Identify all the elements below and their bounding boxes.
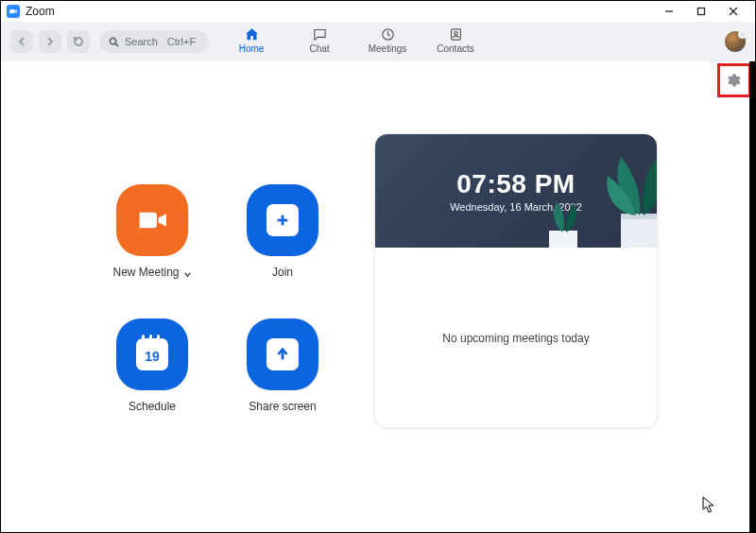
share-screen-action[interactable]: Share screen xyxy=(226,318,339,413)
schedule-day: 19 xyxy=(145,349,160,364)
schedule-icon: 19 xyxy=(116,318,188,390)
schedule-label: Schedule xyxy=(129,400,176,413)
new-meeting-action[interactable]: New Meeting xyxy=(95,184,209,279)
mouse-cursor xyxy=(702,496,715,513)
share-screen-icon xyxy=(247,318,318,390)
tab-chat-label: Chat xyxy=(309,43,329,54)
tab-contacts[interactable]: Contacts xyxy=(435,26,476,54)
join-icon xyxy=(247,184,318,256)
meetings-icon xyxy=(379,26,396,43)
tab-meetings[interactable]: Meetings xyxy=(367,26,408,54)
schedule-action[interactable]: 19 Schedule xyxy=(95,318,209,413)
new-meeting-label: New Meeting xyxy=(112,266,179,279)
search-shortcut: Ctrl+F xyxy=(167,36,196,47)
zoom-app-icon xyxy=(7,5,20,18)
plant-decoration xyxy=(566,134,657,248)
plant-decoration-small xyxy=(541,197,579,248)
chevron-down-icon[interactable] xyxy=(183,268,192,277)
svg-rect-14 xyxy=(549,231,577,248)
maximize-button[interactable] xyxy=(685,1,717,22)
search-input[interactable]: Search Ctrl+F xyxy=(99,30,209,53)
share-screen-label: Share screen xyxy=(249,400,316,413)
tab-contacts-label: Contacts xyxy=(437,43,473,54)
close-button[interactable] xyxy=(717,1,749,22)
contacts-icon xyxy=(447,26,464,43)
search-placeholder: Search xyxy=(125,36,158,47)
svg-line-5 xyxy=(115,43,118,46)
window-title: Zoom xyxy=(26,5,55,18)
no-meetings-message: No upcoming meetings today xyxy=(442,332,589,345)
content-area: New Meeting Join xyxy=(1,61,755,532)
new-meeting-icon xyxy=(116,184,188,256)
upcoming-panel: 07:58 PM Wednesday, 16 March, 2022 No up… xyxy=(374,133,658,428)
tab-meetings-label: Meetings xyxy=(369,43,407,54)
minimize-button[interactable] xyxy=(653,1,685,22)
plus-icon xyxy=(266,204,299,236)
nav-history-button[interactable] xyxy=(67,30,90,53)
tab-chat[interactable]: Chat xyxy=(299,26,340,54)
toolbar: Search Ctrl+F Home Chat Meetings Contact… xyxy=(1,22,755,61)
svg-rect-1 xyxy=(698,9,705,15)
home-icon xyxy=(243,26,260,43)
chat-icon xyxy=(311,26,328,43)
arrow-up-icon xyxy=(266,338,299,370)
clock-hero: 07:58 PM Wednesday, 16 March, 2022 xyxy=(375,134,657,248)
search-icon xyxy=(109,37,119,47)
join-label: Join xyxy=(272,266,293,279)
clock-time: 07:58 PM xyxy=(456,169,575,199)
tab-home-label: Home xyxy=(239,43,265,54)
calendar-icon: 19 xyxy=(136,338,168,370)
svg-point-4 xyxy=(110,38,115,43)
video-camera-icon xyxy=(133,201,171,239)
nav-back-button[interactable] xyxy=(10,30,33,53)
window-edge xyxy=(749,61,755,532)
tab-home[interactable]: Home xyxy=(231,26,272,54)
join-action[interactable]: Join xyxy=(226,184,339,279)
action-grid: New Meeting Join xyxy=(95,184,339,413)
svg-point-8 xyxy=(454,31,456,34)
main-tabs: Home Chat Meetings Contacts xyxy=(231,22,476,61)
profile-avatar[interactable] xyxy=(725,31,746,52)
nav-forward-button[interactable] xyxy=(39,30,61,53)
titlebar: Zoom xyxy=(1,1,755,22)
